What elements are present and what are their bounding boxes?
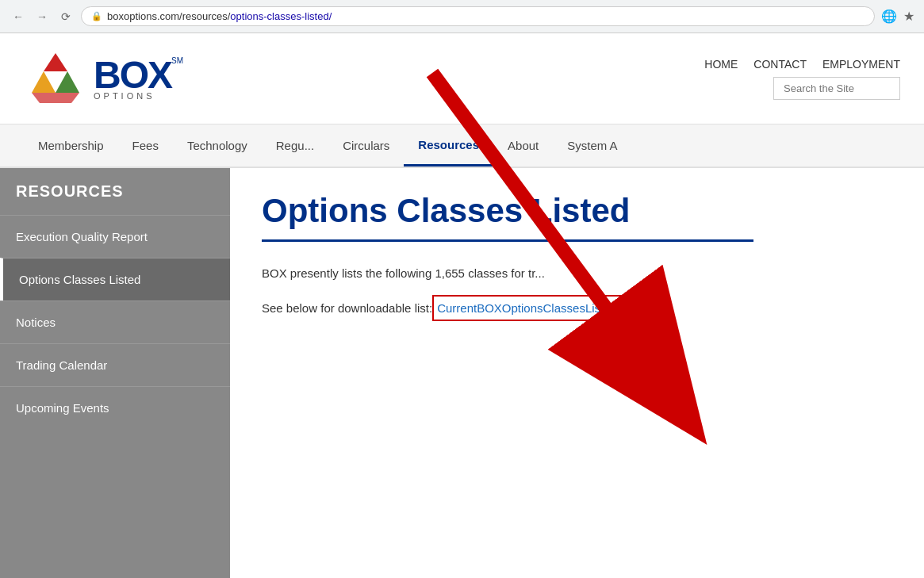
logo-sm: SM [171, 56, 183, 65]
sidebar-item-execution-quality-report[interactable]: Execution Quality Report [0, 215, 230, 258]
svg-marker-2 [56, 71, 79, 93]
url-text: boxoptions.com/resources/options-classes… [107, 10, 332, 22]
page-layout: RESOURCES Execution Quality Report Optio… [0, 168, 924, 578]
sidebar-item-upcoming-events[interactable]: Upcoming Events [0, 386, 230, 429]
url-highlighted: options-classes-listed/ [230, 10, 332, 22]
logo-box-wordmark: BOX [94, 56, 171, 94]
sidebar-title: RESOURCES [0, 168, 230, 215]
main-nav: Membership Fees Technology Regu... Circu… [0, 124, 924, 168]
logo-area[interactable]: BOX SM OPTIONS [24, 49, 183, 109]
main-content: Options Classes Listed BOX presently lis… [230, 168, 924, 578]
nav-membership[interactable]: Membership [24, 126, 118, 165]
sidebar-item-options-classes-listed[interactable]: Options Classes Listed [0, 258, 230, 300]
logo-icon [24, 49, 87, 109]
svg-marker-0 [44, 53, 67, 71]
page-title: Options Classes Listed [262, 192, 892, 230]
nav-fees[interactable]: Fees [118, 126, 173, 165]
browser-actions: 🌐 ★ [881, 9, 914, 24]
top-nav: HOME CONTACT EMPLOYMENT [704, 58, 900, 71]
download-link[interactable]: CurrentBOXOptionsClassesListing [432, 295, 624, 321]
forward-button[interactable]: → [33, 8, 51, 25]
sidebar-item-trading-calendar[interactable]: Trading Calendar [0, 343, 230, 386]
sidebar-item-notices[interactable]: Notices [0, 300, 230, 343]
site-header: BOX SM OPTIONS HOME CONTACT EMPLOYMENT [0, 33, 924, 124]
nav-contact[interactable]: CONTACT [753, 58, 807, 71]
nav-technology[interactable]: Technology [173, 126, 262, 165]
refresh-button[interactable]: ⟳ [57, 8, 75, 25]
svg-marker-1 [32, 71, 56, 93]
nav-circulars[interactable]: Circulars [328, 126, 404, 165]
nav-regulatory[interactable]: Regu... [262, 126, 328, 165]
download-label: See below for downloadable list: [262, 301, 432, 315]
logo-options: OPTIONS [94, 91, 183, 101]
address-bar[interactable]: 🔒 boxoptions.com/resources/options-class… [81, 6, 875, 26]
browser-chrome: ← → ⟳ 🔒 boxoptions.com/resources/options… [0, 0, 924, 33]
header-right: HOME CONTACT EMPLOYMENT [704, 58, 900, 100]
intro-paragraph: BOX presently lists the following 1,655 … [262, 264, 892, 283]
nav-resources[interactable]: Resources [404, 125, 493, 167]
back-button[interactable]: ← [10, 8, 27, 25]
nav-system-a[interactable]: System A [553, 126, 631, 165]
svg-marker-3 [32, 93, 79, 103]
logo-text: BOX SM OPTIONS [94, 56, 183, 101]
download-paragraph: See below for downloadable list:CurrentB… [262, 299, 892, 318]
title-divider [262, 239, 753, 242]
nav-employment[interactable]: EMPLOYMENT [822, 58, 900, 71]
sidebar: RESOURCES Execution Quality Report Optio… [0, 168, 230, 578]
search-input[interactable] [773, 77, 900, 100]
security-icon: 🔒 [91, 11, 102, 21]
bookmark-icon[interactable]: ★ [903, 9, 914, 24]
nav-about[interactable]: About [493, 126, 553, 165]
nav-home[interactable]: HOME [704, 58, 738, 71]
translate-icon: 🌐 [881, 9, 897, 24]
